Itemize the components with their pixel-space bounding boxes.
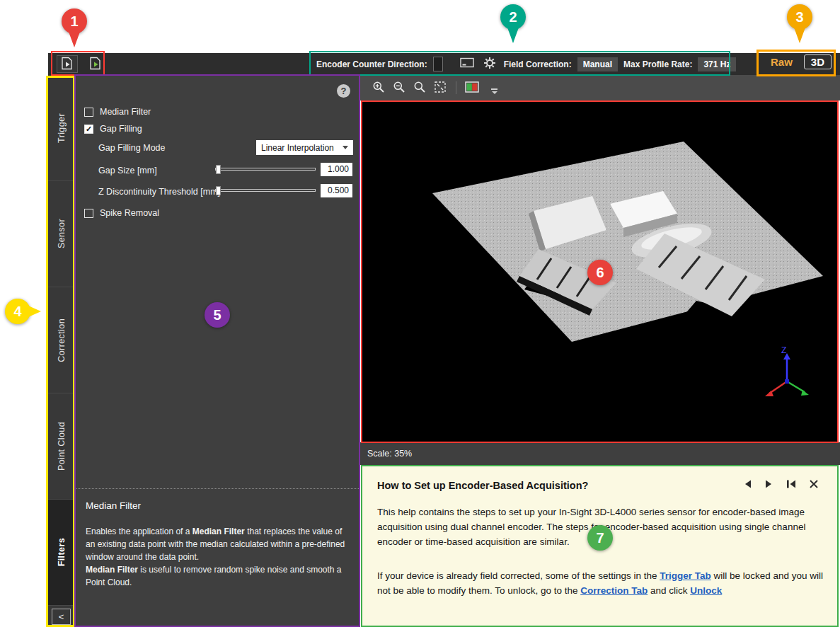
tab-sensor[interactable]: Sensor <box>48 181 74 287</box>
callout-5-number: 5 <box>213 307 221 323</box>
zoom-out-icon <box>393 81 405 96</box>
view-mode-switch: Raw 3D <box>765 54 832 69</box>
previous-icon <box>743 479 752 491</box>
settings-button[interactable] <box>481 56 498 73</box>
3d-view-button[interactable]: 3D <box>804 54 832 69</box>
toolbar-overflow-button[interactable] <box>491 88 497 94</box>
tab-trigger-label: Trigger <box>57 113 67 143</box>
desc-bold-2: Median Filter <box>86 565 138 575</box>
unlock-link[interactable]: Unlock <box>690 585 722 596</box>
acquisition-buttons <box>57 55 106 73</box>
collapse-panel-button[interactable]: < <box>48 606 74 627</box>
desc-bold-1: Median Filter <box>192 527 245 536</box>
help-seg-3: and click <box>648 585 690 596</box>
encoder-direction-input[interactable] <box>433 57 443 71</box>
callout-1-number: 1 <box>70 13 78 30</box>
help-title: How to Set up Encoder-Based Acquisition? <box>377 480 588 491</box>
screen: Encoder Counter Direction: Field Correct… <box>0 0 840 627</box>
z-discontinuity-value[interactable]: 0.500 <box>321 184 352 197</box>
collapse-panel-label: < <box>52 609 71 625</box>
callout-2: 2 <box>500 4 526 30</box>
help-prev-button[interactable] <box>743 479 752 491</box>
tab-sensor-label: Sensor <box>57 219 67 248</box>
close-icon <box>809 479 819 491</box>
chevron-down-icon <box>343 146 348 149</box>
callout-1: 1 <box>62 8 87 34</box>
tab-point-cloud[interactable]: Point Cloud <box>48 393 74 500</box>
zoom-reset-button[interactable] <box>411 79 428 96</box>
correction-tab-link[interactable]: Correction Tab <box>580 585 648 596</box>
toolbar-separator <box>456 81 456 94</box>
top-toolbar: Encoder Counter Direction: Field Correct… <box>48 53 840 75</box>
trigger-tab-link[interactable]: Trigger Tab <box>660 570 711 581</box>
gear-icon <box>483 57 496 72</box>
raw-view-button[interactable]: Raw <box>765 54 798 69</box>
max-profile-rate-value: 371 Hz <box>698 57 736 71</box>
callout-4-number: 4 <box>13 304 21 320</box>
tab-point-cloud-label: Point Cloud <box>57 422 67 471</box>
callout-2-number: 2 <box>509 9 517 25</box>
filter-description: Median Filter Enables the application of… <box>74 488 360 627</box>
color-mode-button[interactable] <box>464 79 481 96</box>
gap-filling-checkbox[interactable] <box>84 125 93 134</box>
axis-z-label: Z <box>781 345 786 355</box>
callout-3: 3 <box>787 4 812 30</box>
z-discontinuity-label: Z Discontinuity Threshold [mm] <box>98 187 220 197</box>
tab-strip: Trigger Sensor Correction Point Cloud Fi… <box>48 75 74 627</box>
tab-trigger[interactable]: Trigger <box>48 75 74 181</box>
filters-panel: ? Median Filter Gap Filling Gap Filling … <box>74 75 360 627</box>
zoom-in-icon <box>372 81 385 96</box>
z-discontinuity-slider[interactable] <box>215 186 316 195</box>
gap-size-slider-thumb[interactable] <box>216 165 221 174</box>
zoom-out-button[interactable] <box>391 79 408 96</box>
max-profile-rate-label: Max Profile Rate: <box>623 59 692 69</box>
spike-removal-checkbox[interactable] <box>84 209 93 218</box>
view-toolbar <box>360 75 840 100</box>
filter-description-title: Median Filter <box>86 500 349 511</box>
help-seg-1: If your device is already field correcte… <box>377 570 660 581</box>
zoom-fit-icon <box>434 81 447 96</box>
gap-size-label: Gap Size [mm] <box>98 166 157 176</box>
callout-3-number: 3 <box>795 9 803 25</box>
spike-removal-row: Spike Removal <box>84 208 159 218</box>
image-view-icon <box>460 57 474 71</box>
acquire-image-button[interactable] <box>57 55 78 73</box>
document-play-icon <box>60 57 74 72</box>
first-icon <box>786 479 797 491</box>
zoom-in-button[interactable] <box>370 79 387 96</box>
callout-6-number: 6 <box>596 265 604 281</box>
tab-correction[interactable]: Correction <box>48 287 74 393</box>
help-first-button[interactable] <box>786 479 797 491</box>
gap-filling-mode-label: Gap Filling Mode <box>98 143 166 153</box>
overflow-chevron-icon <box>492 91 497 94</box>
median-filter-checkbox[interactable] <box>84 108 93 117</box>
scale-bar: Scale: 35% <box>360 442 840 465</box>
gap-size-value[interactable]: 1.000 <box>321 163 352 176</box>
tab-filters[interactable]: Filters <box>48 500 74 606</box>
zoom-reset-icon <box>413 81 426 96</box>
tab-correction-label: Correction <box>57 318 67 362</box>
help-navigation <box>743 479 819 491</box>
panel-help-button[interactable]: ? <box>337 84 350 98</box>
gap-filling-label: Gap Filling <box>100 124 142 134</box>
gap-filling-mode-value: Linear Interpolation <box>261 143 334 153</box>
filter-description-text-1: Enables the application of a Median Filt… <box>86 525 349 563</box>
load-image-button[interactable] <box>85 55 106 73</box>
tab-filters-label: Filters <box>57 538 67 566</box>
callout-7-number: 7 <box>596 530 604 546</box>
gap-size-slider-track <box>215 168 316 171</box>
callout-5: 5 <box>205 302 230 328</box>
callout-7: 7 <box>587 525 613 551</box>
median-filter-label: Median Filter <box>100 107 151 117</box>
encoder-direction-label: Encoder Counter Direction: <box>316 59 427 69</box>
zoom-fit-button[interactable] <box>432 79 449 96</box>
help-close-button[interactable] <box>809 479 819 491</box>
help-paragraph-2: If your device is already field correcte… <box>377 569 826 599</box>
next-icon <box>764 479 773 491</box>
image-view-button[interactable] <box>459 56 476 73</box>
z-discontinuity-slider-thumb[interactable] <box>216 186 221 195</box>
gap-size-slider[interactable] <box>215 165 316 174</box>
gap-filling-mode-select[interactable]: Linear Interpolation <box>256 140 353 155</box>
spike-removal-label: Spike Removal <box>100 208 159 218</box>
help-next-button[interactable] <box>764 479 773 491</box>
